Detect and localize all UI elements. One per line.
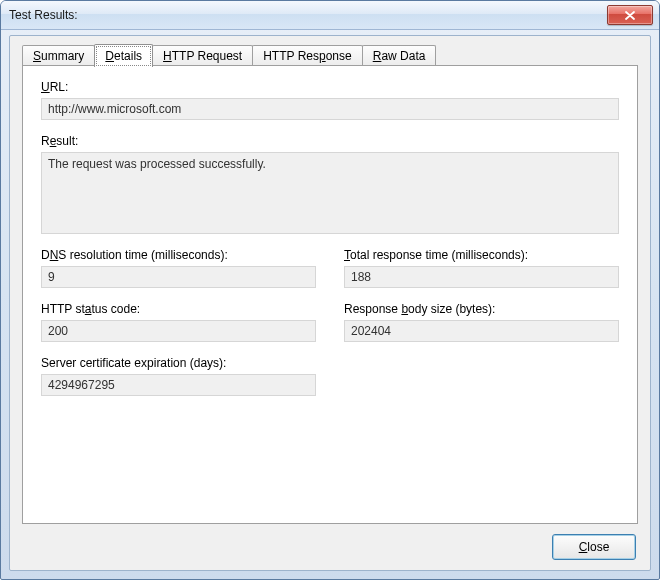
- tab-http-response[interactable]: HTTP Response: [252, 45, 363, 66]
- total-time-field[interactable]: 188: [344, 266, 619, 288]
- dns-label: DNS resolution time (milliseconds):: [41, 248, 316, 262]
- client-area: Summary Details HTTP Request HTTP Respon…: [9, 35, 651, 571]
- dialog-window: Test Results: Summary Details HTTP Reque…: [0, 0, 660, 580]
- tab-summary[interactable]: Summary: [22, 45, 95, 66]
- tab-details[interactable]: Details: [94, 44, 153, 67]
- url-label: URL:: [41, 80, 619, 94]
- status-code-label: HTTP status code:: [41, 302, 316, 316]
- cert-exp-label: Server certificate expiration (days):: [41, 356, 316, 370]
- tab-raw-data[interactable]: Raw Data: [362, 45, 437, 66]
- close-button-label: lose: [587, 540, 609, 554]
- titlebar[interactable]: Test Results:: [1, 1, 659, 30]
- dns-field[interactable]: 9: [41, 266, 316, 288]
- close-icon: [625, 11, 635, 20]
- body-size-label: Response body size (bytes):: [344, 302, 619, 316]
- result-field[interactable]: The request was processed successfully.: [41, 152, 619, 234]
- window-title: Test Results:: [9, 8, 607, 22]
- window-close-button[interactable]: [607, 5, 653, 25]
- cert-exp-field[interactable]: 4294967295: [41, 374, 316, 396]
- tab-panel-details: URL: http://www.microsoft.com Result: Th…: [22, 65, 638, 524]
- total-time-label: Total response time (milliseconds):: [344, 248, 619, 262]
- url-field[interactable]: http://www.microsoft.com: [41, 98, 619, 120]
- close-button[interactable]: Close: [552, 534, 636, 560]
- status-code-field[interactable]: 200: [41, 320, 316, 342]
- body-size-field[interactable]: 202404: [344, 320, 619, 342]
- result-label: Result:: [41, 134, 619, 148]
- tabstrip: Summary Details HTTP Request HTTP Respon…: [22, 44, 638, 66]
- dialog-footer: Close: [552, 534, 636, 560]
- tab-http-request[interactable]: HTTP Request: [152, 45, 253, 66]
